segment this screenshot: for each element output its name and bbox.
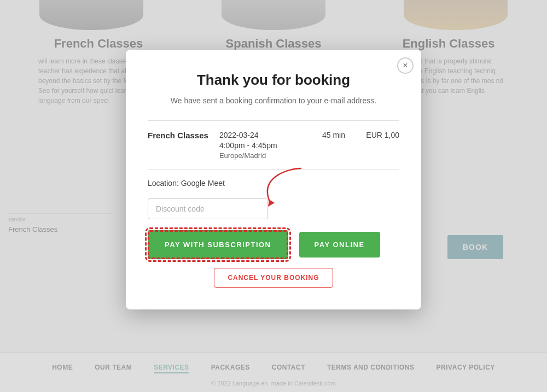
- booking-date-info: 2022-03-24 4:00pm - 4:45pm Europe/Madrid: [219, 131, 306, 160]
- discount-code-input[interactable]: [148, 198, 268, 219]
- svg-marker-0: [268, 200, 275, 207]
- booking-location: Location: Google Meet: [148, 179, 399, 188]
- booking-timezone: Europe/Madrid: [219, 151, 306, 160]
- booking-class-name: French Classes: [148, 131, 208, 140]
- modal-title: Thank you for booking: [148, 72, 399, 89]
- booking-details: French Classes 2022-03-24 4:00pm - 4:45p…: [148, 120, 399, 160]
- booking-date: 2022-03-24: [219, 131, 306, 139]
- booking-time: 4:00pm - 4:45pm: [219, 141, 306, 150]
- modal-close-button[interactable]: ×: [397, 57, 414, 74]
- pay-online-button[interactable]: PAY ONLINE: [299, 232, 380, 258]
- pay-with-subscription-button[interactable]: PAY WITH SUBSCRIPTION: [148, 230, 288, 259]
- booking-duration: 45 min: [317, 131, 350, 139]
- booking-price: EUR 1,00: [361, 131, 399, 139]
- discount-section: [148, 198, 399, 219]
- payment-buttons-row: PAY WITH SUBSCRIPTION PAY ONLINE: [148, 230, 399, 259]
- cancel-booking-button[interactable]: CANCEL YOUR BOOKING: [214, 268, 333, 288]
- modal-backdrop: × Thank you for booking We have sent a b…: [0, 0, 547, 392]
- booking-modal: × Thank you for booking We have sent a b…: [126, 50, 421, 309]
- cancel-section: CANCEL YOUR BOOKING: [148, 268, 399, 288]
- modal-subtitle: We have sent a booking confirmation to y…: [148, 96, 399, 105]
- booking-divider: [148, 169, 399, 170]
